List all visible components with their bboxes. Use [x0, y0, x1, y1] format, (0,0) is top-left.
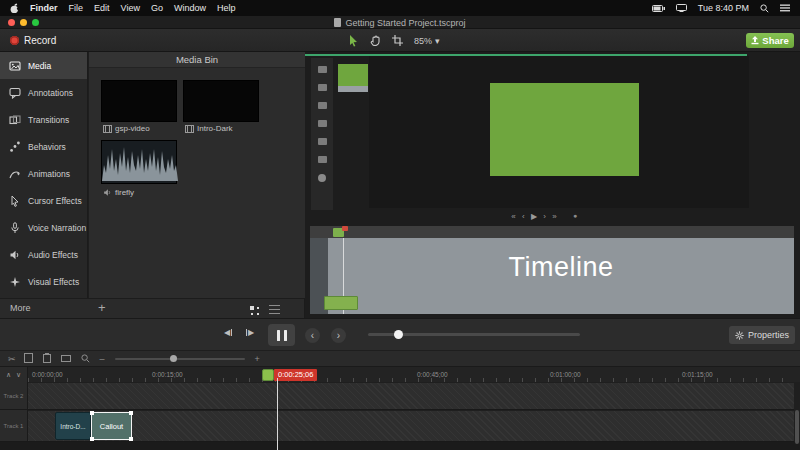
- step-back-icon: ◀: [224, 328, 230, 337]
- video-mini-thumbnail-label: [338, 86, 368, 92]
- playhead-line: [277, 378, 278, 450]
- canvas-preview[interactable]: « ‹ ▶ › » ● Timeline: [305, 52, 800, 318]
- timeline-caption-text: Timeline: [328, 252, 794, 283]
- document-icon: [334, 18, 341, 27]
- split-tool-icon[interactable]: ✂: [8, 354, 16, 364]
- track-lane-2[interactable]: [28, 383, 794, 410]
- step-back-button[interactable]: ◀: [224, 328, 232, 337]
- timeline-tracks: Track 2 Track 1 Intro-D... Callout: [0, 382, 800, 450]
- media-item-firefly[interactable]: [101, 140, 177, 184]
- track-lane-1[interactable]: [28, 411, 794, 442]
- screen-icon[interactable]: [61, 355, 71, 362]
- pause-button[interactable]: [268, 324, 295, 346]
- sidebar-item-media[interactable]: Media: [0, 52, 87, 79]
- copy-icon[interactable]: [26, 355, 33, 363]
- canvas-zoom-dropdown[interactable]: 85% ▾: [414, 36, 440, 46]
- previous-clip-button[interactable]: ‹: [305, 328, 320, 343]
- video-clip-icon: [103, 125, 112, 133]
- list-view-icon[interactable]: [269, 305, 280, 314]
- notification-center-icon[interactable]: [780, 4, 790, 12]
- timeline-ruler[interactable]: ∧ ∨ 0:00:00;00 0:00:15;00 0:00:30;00 0:0…: [0, 366, 800, 382]
- menubar-app-name[interactable]: Finder: [30, 3, 58, 13]
- sidebar-item-audio-effects[interactable]: Audio Effects: [0, 241, 87, 268]
- record-icon: [10, 36, 19, 45]
- menubar-clock[interactable]: Tue 8:40 PM: [698, 3, 749, 13]
- timeline-zoom-slider[interactable]: [115, 358, 245, 360]
- menu-go[interactable]: Go: [151, 3, 163, 13]
- grid-view-icon[interactable]: [250, 306, 254, 310]
- selection-handle[interactable]: [90, 437, 94, 441]
- playhead-time-badge[interactable]: 0:00:25;06: [274, 369, 317, 381]
- clip-label: Callout: [100, 422, 123, 431]
- step-forward-button[interactable]: ▶: [246, 328, 254, 337]
- menu-view[interactable]: View: [121, 3, 140, 13]
- sidebar-item-visual-effects[interactable]: Visual Effects: [0, 268, 87, 295]
- selection-handle[interactable]: [129, 411, 133, 415]
- sidebar-item-annotations[interactable]: Annotations: [0, 79, 87, 106]
- next-clip-button[interactable]: ›: [331, 328, 346, 343]
- sidebar-item-voice-narration[interactable]: Voice Narration: [0, 214, 87, 241]
- sidebar-item-label: Behaviors: [28, 142, 66, 152]
- tools-sidebar: Media Annotations Transitions Behaviors …: [0, 52, 88, 298]
- record-button[interactable]: Record: [10, 33, 56, 48]
- timeline-zoom-icon[interactable]: [81, 354, 90, 363]
- video-mini-thumbnail: [338, 64, 368, 86]
- playback-slider-thumb[interactable]: [394, 330, 403, 339]
- menu-window[interactable]: Window: [174, 3, 206, 13]
- tracks-empty-area: [0, 442, 800, 450]
- share-button[interactable]: Share: [746, 33, 794, 48]
- add-media-button[interactable]: +: [98, 300, 106, 315]
- annotations-icon: [9, 87, 21, 99]
- media-item-caption: Intro-Dark: [185, 124, 233, 133]
- battery-icon[interactable]: [652, 5, 665, 12]
- playback-controls-bar: ◀ ▶ ‹ › Properties: [0, 318, 800, 350]
- voice-narration-icon: [9, 222, 21, 234]
- video-timeline-toolbar: [310, 226, 794, 238]
- track-header-2[interactable]: Track 2: [0, 382, 28, 410]
- menu-file[interactable]: File: [69, 3, 84, 13]
- media-item-gsp-video[interactable]: [101, 80, 177, 122]
- playhead-handle[interactable]: [262, 369, 274, 381]
- collapse-down-icon[interactable]: ∨: [16, 371, 21, 379]
- menu-edit[interactable]: Edit: [94, 3, 110, 13]
- mini-gear-icon: [318, 174, 326, 182]
- pan-tool-icon[interactable]: [370, 35, 381, 47]
- audio-clip-icon: [103, 188, 112, 197]
- zoom-in-button[interactable]: +: [255, 354, 260, 364]
- timeline-vertical-scrollbar[interactable]: [795, 410, 799, 444]
- selection-handle[interactable]: [90, 411, 94, 415]
- clip-callout[interactable]: Callout: [91, 412, 132, 440]
- clip-intro-dark[interactable]: Intro-D...: [55, 412, 91, 440]
- menu-help[interactable]: Help: [217, 3, 236, 13]
- sidebar-item-behaviors[interactable]: Behaviors: [0, 133, 87, 160]
- spotlight-search-icon[interactable]: [760, 4, 769, 13]
- window-titlebar: Getting Started Project.tscproj: [0, 16, 800, 29]
- canvas-tools: 85% ▾: [348, 29, 440, 52]
- properties-button[interactable]: Properties: [729, 326, 795, 344]
- selection-tool-icon[interactable]: [348, 34, 359, 47]
- clip-label: Intro-D...: [60, 423, 85, 430]
- media-item-intro-dark[interactable]: [183, 80, 259, 122]
- track-name: Track 2: [4, 393, 24, 399]
- chevron-down-icon: ▾: [435, 36, 440, 46]
- display-mirroring-icon[interactable]: [676, 4, 687, 12]
- mini-sidebar-icon: [318, 120, 327, 127]
- sidebar-item-transitions[interactable]: Transitions: [0, 106, 87, 133]
- crop-tool-icon[interactable]: [392, 35, 403, 46]
- previous-icon: ‹: [311, 331, 314, 341]
- selection-handle[interactable]: [129, 437, 133, 441]
- paste-icon[interactable]: [43, 354, 51, 363]
- ruler-label: 0:01:00;00: [550, 371, 581, 378]
- zoom-out-button[interactable]: –: [100, 354, 105, 364]
- pause-icon: [277, 330, 280, 341]
- sidebar-item-label: Cursor Effects: [28, 196, 82, 206]
- track-header-1[interactable]: Track 1: [0, 410, 28, 442]
- sidebar-item-cursor-effects[interactable]: Cursor Effects: [0, 187, 87, 214]
- timeline-zoom-slider-handle[interactable]: [170, 355, 177, 362]
- properties-label: Properties: [748, 330, 789, 340]
- video-timeline-panel: Timeline: [310, 226, 794, 314]
- apple-menu-icon[interactable]: [10, 3, 19, 14]
- more-tools-button[interactable]: More: [10, 303, 31, 313]
- sidebar-item-animations[interactable]: Animations: [0, 160, 87, 187]
- collapse-up-icon[interactable]: ∧: [6, 371, 11, 379]
